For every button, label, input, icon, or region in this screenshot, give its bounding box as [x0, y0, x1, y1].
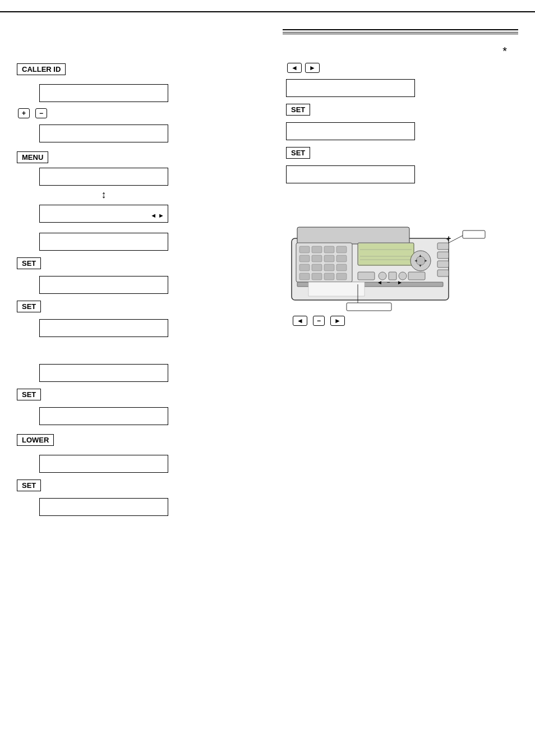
- svg-rect-6: [336, 246, 347, 253]
- lcd-row-1: [17, 81, 264, 105]
- right-lcd-display-3: [286, 165, 415, 183]
- svg-rect-37: [408, 272, 425, 280]
- lcd-row-9: [17, 404, 264, 428]
- spacer-2: [17, 349, 264, 358]
- nav-arrows-row: ◄ ►: [286, 62, 518, 73]
- right-top-section: ◄ ► SET: [286, 62, 518, 187]
- fax-illustration: ▲ ▼ ◄ ►: [286, 193, 518, 326]
- svg-rect-33: [358, 272, 375, 280]
- lcd-display-10: [39, 455, 168, 473]
- vertical-arrow-icon: ↕: [39, 189, 168, 201]
- right-lcd-display-1: [286, 79, 415, 97]
- svg-rect-1: [297, 227, 409, 244]
- plus-button[interactable]: +: [18, 108, 30, 118]
- lcd-display-5: [39, 233, 168, 251]
- svg-rect-47: [347, 303, 391, 311]
- caller-id-row: CALLER ID: [17, 62, 264, 76]
- svg-rect-14: [336, 264, 347, 271]
- left-column: CALLER ID + − MENU: [17, 45, 275, 522]
- svg-rect-12: [312, 264, 322, 271]
- right-set-row-1: SET: [286, 103, 518, 117]
- svg-rect-17: [324, 273, 334, 280]
- set-row-3: SET: [17, 388, 264, 402]
- lr-arrows-icon: ◄ ►: [150, 212, 164, 219]
- svg-rect-45: [463, 231, 485, 238]
- lcd-display-2: [39, 125, 168, 142]
- svg-rect-34: [379, 272, 386, 280]
- right-set-row-2: SET: [286, 146, 518, 160]
- lcd-display-7: [39, 319, 168, 337]
- set-button-4[interactable]: SET: [17, 480, 41, 491]
- lcd-row-2: [17, 121, 264, 146]
- menu-button[interactable]: MENU: [17, 151, 48, 163]
- lcd-display-11: [39, 498, 168, 516]
- fax-right-arrow-button[interactable]: ►: [330, 316, 345, 326]
- right-set-button-2[interactable]: SET: [286, 147, 310, 159]
- lcd-display-1: [39, 84, 168, 102]
- right-lcd-row-3: [286, 162, 518, 187]
- right-lcd-display-2: [286, 122, 415, 140]
- set-row-2: SET: [17, 299, 264, 314]
- set-button-3[interactable]: SET: [17, 389, 41, 400]
- set-row-1: SET: [17, 256, 264, 270]
- lower-button[interactable]: LOWER: [17, 434, 54, 446]
- svg-rect-11: [299, 264, 310, 271]
- svg-text:►: ►: [424, 259, 428, 262]
- caller-id-button[interactable]: CALLER ID: [17, 63, 66, 75]
- svg-rect-3: [299, 246, 310, 253]
- lcd-row-11: [17, 495, 264, 519]
- svg-rect-29: [437, 243, 449, 250]
- lcd-row-10: [17, 451, 264, 476]
- left-arrow-button[interactable]: ◄: [287, 63, 302, 73]
- svg-rect-5: [324, 246, 334, 253]
- svg-rect-39: [308, 282, 365, 296]
- lcd-display-3: [39, 168, 168, 186]
- set-row-4: SET: [17, 478, 264, 492]
- svg-rect-10: [336, 255, 347, 262]
- page-container: * CALLER ID + −: [0, 0, 535, 756]
- svg-rect-4: [312, 246, 322, 253]
- svg-rect-18: [336, 273, 347, 280]
- minus-button[interactable]: −: [35, 108, 47, 118]
- lcd-row-5: [17, 229, 264, 254]
- fax-minus-button[interactable]: −: [313, 316, 325, 326]
- top-separator-line: [0, 11, 535, 12]
- svg-rect-19: [358, 243, 414, 265]
- svg-text:−: −: [387, 279, 390, 285]
- menu-row: MENU: [17, 150, 264, 164]
- lcd-arrow-group: ↕ ◄ ►: [39, 168, 264, 223]
- lcd-display-4: ◄ ►: [39, 205, 168, 223]
- lcd-display-6: [39, 276, 168, 294]
- svg-rect-15: [299, 273, 310, 280]
- svg-text:▲: ▲: [418, 253, 422, 257]
- svg-text:+: +: [446, 234, 451, 243]
- svg-rect-31: [437, 261, 449, 268]
- svg-rect-36: [399, 272, 407, 280]
- svg-rect-32: [437, 270, 449, 276]
- svg-text:►: ►: [397, 279, 403, 285]
- svg-rect-7: [299, 255, 310, 262]
- right-set-button-1[interactable]: SET: [286, 104, 310, 116]
- svg-rect-9: [324, 255, 334, 262]
- fax-bottom-controls: ◄ − ►: [292, 315, 518, 326]
- lcd-row-7: [17, 316, 264, 340]
- lcd-row-8: [17, 361, 264, 385]
- lcd-display-8: [39, 364, 168, 382]
- lower-row: LOWER: [17, 433, 264, 447]
- svg-rect-16: [312, 273, 322, 280]
- lcd-row-6: [17, 273, 264, 297]
- svg-rect-8: [312, 255, 322, 262]
- main-layout: CALLER ID + − MENU: [0, 45, 535, 522]
- fax-left-arrow-button[interactable]: ◄: [293, 316, 307, 326]
- lcd-display-9: [39, 407, 168, 425]
- right-column: ◄ ► SET: [275, 45, 518, 522]
- svg-rect-30: [437, 252, 449, 259]
- svg-text:▼: ▼: [418, 264, 422, 268]
- fax-machine-svg: ▲ ▼ ◄ ►: [286, 193, 488, 311]
- svg-rect-35: [389, 272, 396, 280]
- right-arrow-button[interactable]: ►: [305, 63, 320, 73]
- set-button-1[interactable]: SET: [17, 257, 41, 269]
- right-lcd-row-2: [286, 119, 518, 144]
- right-lcd-row-1: [286, 76, 518, 100]
- set-button-2[interactable]: SET: [17, 301, 41, 312]
